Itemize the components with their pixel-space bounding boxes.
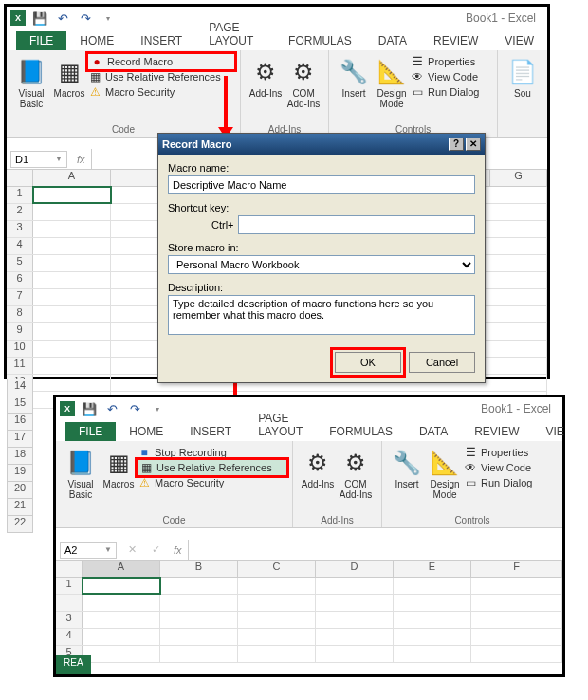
row-header[interactable]: 3 bbox=[56, 612, 83, 628]
use-relative-references-button[interactable]: ▦ Use Relative References bbox=[138, 460, 286, 475]
tab-insert[interactable]: INSERT bbox=[176, 422, 245, 441]
cell[interactable] bbox=[83, 629, 160, 645]
row-header[interactable]: 4 bbox=[7, 238, 33, 254]
row-header[interactable]: 14 bbox=[7, 379, 33, 396]
row-header[interactable]: 10 bbox=[7, 341, 33, 357]
tab-page-layout[interactable]: PAGE LAYOUT bbox=[195, 18, 275, 50]
col-header[interactable]: C bbox=[238, 561, 316, 577]
insert-controls-button[interactable]: 🔧 Insert bbox=[335, 52, 373, 109]
cell[interactable] bbox=[238, 612, 316, 628]
row-header[interactable]: 9 bbox=[7, 323, 33, 340]
formula-input-2[interactable] bbox=[188, 540, 562, 560]
cancel-button[interactable]: Cancel bbox=[409, 352, 475, 373]
row-header[interactable]: 21 bbox=[7, 499, 33, 516]
com-addins-button[interactable]: ⚙ COM Add-Ins bbox=[285, 52, 322, 109]
visual-basic-button[interactable]: 📘 Visual Basic bbox=[12, 52, 50, 109]
tab-view[interactable]: VIEW bbox=[491, 31, 547, 50]
row-header[interactable]: 22 bbox=[7, 516, 33, 533]
cell[interactable] bbox=[238, 646, 316, 662]
row-header[interactable]: 5 bbox=[7, 255, 33, 271]
stop-recording-button[interactable]: ■ Stop Recording bbox=[138, 445, 286, 460]
cell[interactable] bbox=[160, 629, 238, 645]
select-all-corner[interactable] bbox=[56, 561, 83, 577]
row-header[interactable]: 20 bbox=[7, 482, 33, 499]
redo-icon[interactable]: ↷ bbox=[126, 400, 143, 417]
redo-icon[interactable]: ↷ bbox=[77, 9, 94, 27]
row-header[interactable]: 19 bbox=[7, 465, 33, 482]
cell[interactable] bbox=[316, 578, 394, 594]
cell[interactable] bbox=[471, 646, 562, 662]
row-header[interactable]: 18 bbox=[7, 448, 33, 465]
row-header[interactable]: 1 bbox=[56, 578, 83, 594]
cell[interactable] bbox=[83, 595, 160, 611]
cell[interactable] bbox=[83, 612, 160, 628]
tab-review[interactable]: REVIEW bbox=[461, 422, 532, 441]
properties-button[interactable]: ☰Properties bbox=[464, 445, 557, 460]
view-code-button[interactable]: 👁View Code bbox=[464, 460, 557, 475]
cell[interactable] bbox=[33, 272, 111, 288]
name-box[interactable]: D1▼ bbox=[10, 151, 67, 168]
cell[interactable] bbox=[160, 578, 238, 594]
shortcut-key-input[interactable] bbox=[238, 215, 475, 234]
cell[interactable] bbox=[238, 578, 316, 594]
undo-icon[interactable]: ↶ bbox=[103, 400, 120, 417]
cell[interactable] bbox=[33, 221, 111, 237]
cell[interactable] bbox=[394, 595, 471, 611]
row-header[interactable]: 11 bbox=[7, 358, 33, 374]
col-header[interactable]: E bbox=[394, 561, 471, 577]
cell[interactable] bbox=[33, 204, 111, 220]
insert-controls-button[interactable]: 🔧Insert bbox=[388, 443, 426, 500]
cell[interactable] bbox=[394, 612, 471, 628]
cell[interactable] bbox=[33, 289, 111, 305]
cell[interactable] bbox=[33, 187, 111, 203]
addins-button[interactable]: ⚙ Add-Ins bbox=[247, 52, 285, 109]
cell[interactable] bbox=[33, 238, 111, 254]
cancel-formula-icon[interactable]: ✕ bbox=[128, 543, 137, 556]
cell[interactable] bbox=[316, 595, 394, 611]
dialog-help-button[interactable]: ? bbox=[449, 138, 464, 151]
cell[interactable] bbox=[33, 323, 111, 340]
tab-view[interactable]: VIE bbox=[533, 422, 578, 441]
cell[interactable] bbox=[160, 612, 238, 628]
cell[interactable] bbox=[471, 612, 562, 628]
tab-file[interactable]: FILE bbox=[16, 31, 66, 50]
cell[interactable] bbox=[471, 578, 562, 594]
row-header[interactable]: 7 bbox=[7, 289, 33, 305]
source-button[interactable]: 📄 Sou bbox=[504, 52, 542, 99]
tab-insert[interactable]: INSERT bbox=[127, 31, 195, 50]
col-header[interactable]: G bbox=[490, 170, 547, 186]
cell[interactable] bbox=[160, 646, 238, 662]
col-header[interactable]: F bbox=[471, 561, 562, 577]
col-header[interactable]: B bbox=[160, 561, 238, 577]
tab-home[interactable]: HOME bbox=[66, 31, 127, 50]
cell[interactable] bbox=[33, 375, 111, 391]
tab-review[interactable]: REVIEW bbox=[420, 31, 491, 50]
macro-name-input[interactable] bbox=[168, 175, 475, 194]
tab-data[interactable]: DATA bbox=[406, 422, 461, 441]
record-macro-button[interactable]: ● Record Macro bbox=[88, 54, 234, 69]
ok-button[interactable]: OK bbox=[335, 352, 401, 373]
row-header[interactable]: 4 bbox=[56, 629, 83, 645]
dialog-close-button[interactable]: ✕ bbox=[466, 138, 481, 151]
run-dialog-button[interactable]: ▭ Run Dialog bbox=[411, 84, 491, 100]
cell[interactable] bbox=[394, 646, 471, 662]
row-header[interactable]: 2 bbox=[7, 204, 33, 220]
cell[interactable] bbox=[238, 595, 316, 611]
select-all-corner[interactable] bbox=[7, 170, 33, 186]
enter-formula-icon[interactable]: ✓ bbox=[152, 543, 160, 556]
cell[interactable] bbox=[471, 629, 562, 645]
cell[interactable] bbox=[316, 629, 394, 645]
row-header[interactable]: 1 bbox=[7, 187, 33, 203]
cell[interactable] bbox=[471, 595, 562, 611]
view-code-button[interactable]: 👁 View Code bbox=[411, 69, 491, 84]
qat-dropdown-icon[interactable]: ▾ bbox=[100, 9, 117, 27]
run-dialog-button[interactable]: ▭Run Dialog bbox=[464, 475, 557, 490]
cell[interactable] bbox=[33, 255, 111, 271]
addins-button[interactable]: ⚙Add-Ins bbox=[299, 443, 337, 500]
macros-button[interactable]: ▦ Macros bbox=[100, 443, 138, 500]
cell[interactable] bbox=[83, 646, 160, 662]
name-box-2[interactable]: A2▼ bbox=[60, 542, 117, 559]
macro-security-button[interactable]: ⚠ Macro Security bbox=[138, 475, 286, 490]
description-textarea[interactable]: Type detailed description of macro funct… bbox=[168, 295, 475, 335]
fx-icon[interactable]: fx bbox=[174, 544, 182, 556]
